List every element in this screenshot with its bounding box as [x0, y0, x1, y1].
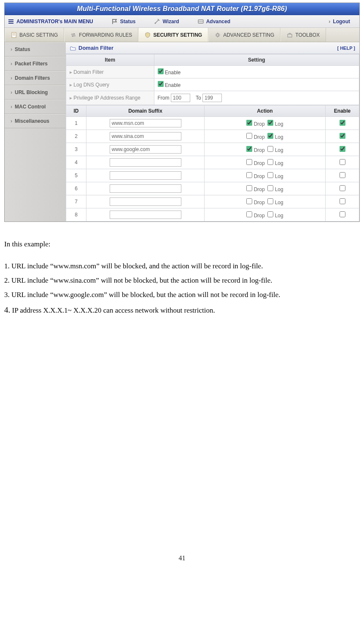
drop-checkbox[interactable]: [246, 159, 252, 165]
help-link[interactable]: [ HELP ]: [337, 46, 355, 51]
folder-icon: [70, 45, 76, 51]
to-input[interactable]: [202, 94, 222, 102]
log-checkbox[interactable]: [267, 185, 273, 191]
domain-suffix-input[interactable]: [110, 171, 181, 180]
tab-advanced-setting[interactable]: ADVANCED SETTING: [208, 28, 280, 42]
domain-filter-enable-checkbox[interactable]: [158, 68, 164, 74]
domain-suffix-input[interactable]: [110, 184, 181, 193]
rule-id: 1: [66, 117, 86, 130]
rule-enable-checkbox[interactable]: [340, 159, 345, 165]
drop-checkbox[interactable]: [246, 146, 252, 152]
rule-enable-checkbox[interactable]: [340, 211, 345, 217]
row-privilege-ip-label: Privilege IP Addresses Range: [66, 91, 154, 105]
wizard-icon: [154, 19, 160, 24]
col-id: ID: [66, 105, 86, 117]
log-checkbox[interactable]: [267, 146, 273, 152]
log-checkbox[interactable]: [267, 211, 273, 217]
tab-security-setting[interactable]: SECURITY SETTING: [138, 28, 208, 42]
log-label: Log: [275, 213, 283, 219]
log-checkbox[interactable]: [267, 172, 273, 178]
domain-suffix-input[interactable]: [110, 132, 181, 140]
drop-checkbox[interactable]: [246, 172, 252, 178]
domain-suffix-input[interactable]: [110, 119, 181, 127]
shield-icon: [145, 32, 151, 38]
drop-checkbox[interactable]: [246, 133, 252, 139]
rule-enable-checkbox[interactable]: [340, 172, 345, 178]
table-row: 8 Drop Log: [66, 208, 359, 222]
rule-enable-checkbox[interactable]: [340, 185, 345, 191]
advanced-setting-label: ADVANCED SETTING: [223, 32, 274, 38]
domain-suffix-input[interactable]: [110, 145, 181, 154]
rule-enable-checkbox[interactable]: [340, 198, 345, 204]
settings-table: Item Setting Domain Filter Enable Log DN…: [66, 54, 359, 105]
flag-icon: [112, 19, 118, 24]
log-checkbox[interactable]: [267, 133, 273, 139]
main-menu-status[interactable]: Status: [102, 19, 145, 24]
sidebar-item-status[interactable]: Status: [5, 42, 66, 57]
rule-id: 5: [66, 169, 86, 182]
drop-checkbox[interactable]: [246, 211, 252, 217]
sidebar-item-mac-control[interactable]: MAC Control: [5, 100, 66, 114]
log-label: Log: [275, 121, 283, 127]
advanced-icon: [198, 19, 204, 24]
from-input[interactable]: [171, 94, 190, 102]
table-row: 5 Drop Log: [66, 169, 359, 182]
sidebar-item-miscellaneous[interactable]: Miscellaneous: [5, 114, 66, 128]
col-enable: Enable: [326, 105, 359, 117]
table-row: 3 Drop Log: [66, 143, 359, 156]
log-checkbox[interactable]: [267, 159, 273, 165]
log-dns-enable-checkbox[interactable]: [158, 81, 164, 87]
table-row: 6 Drop Log: [66, 182, 359, 195]
svg-point-3: [155, 23, 156, 24]
doc-intro: In this example:: [4, 237, 359, 251]
sidebar-item-packet-filters[interactable]: Packet Filters: [5, 57, 66, 71]
row-domain-filter-label: Domain Filter: [66, 66, 154, 78]
log-label: Log: [275, 134, 283, 140]
advanced-label: Advanced: [206, 19, 230, 24]
log-label: Log: [275, 147, 283, 153]
page-number: 41: [0, 554, 364, 570]
rule-enable-checkbox[interactable]: [340, 133, 345, 139]
rule-id: 7: [66, 195, 86, 208]
document-icon: [11, 32, 17, 38]
drop-checkbox[interactable]: [246, 185, 252, 191]
main-menu-advanced[interactable]: Advanced: [189, 19, 240, 24]
svg-rect-2: [8, 23, 13, 24]
rule-id: 4: [66, 156, 86, 169]
row-log-dns-label: Log DNS Query: [66, 78, 154, 91]
rule-enable-checkbox[interactable]: [340, 120, 345, 126]
domain-suffix-input[interactable]: [110, 211, 181, 219]
domain-suffix-input[interactable]: [110, 158, 181, 167]
log-checkbox[interactable]: [267, 120, 273, 126]
domain-suffix-input[interactable]: [110, 197, 181, 206]
document-body-text: In this example: 1. URL include “www.msn…: [4, 237, 359, 318]
sub-tab-bar: BASIC SETTING FORWARDING RULES SECURITY …: [5, 28, 359, 42]
tab-forwarding-rules[interactable]: FORWARDING RULES: [64, 28, 138, 42]
logout-label: Logout: [333, 19, 350, 24]
toolbox-icon: [287, 32, 293, 38]
sidebar-item-url-blocking[interactable]: URL Blocking: [5, 85, 66, 100]
drop-checkbox[interactable]: [246, 120, 252, 126]
main-menu-logout[interactable]: › Logout: [319, 19, 359, 24]
forwarding-label: FORWARDING RULES: [79, 32, 132, 38]
app-title: Multi-Functional Wireless Broadband NAT …: [77, 5, 287, 12]
svg-rect-10: [288, 34, 292, 37]
rule-id: 3: [66, 143, 86, 156]
doc-line-2: 2. URL include “www.sina.com” will not b…: [4, 273, 359, 288]
tab-basic-setting[interactable]: BASIC SETTING: [5, 28, 64, 42]
drop-label: Drop: [254, 186, 265, 192]
main-menu-wizard[interactable]: Wizard: [145, 19, 188, 24]
log-checkbox[interactable]: [267, 198, 273, 204]
rule-enable-checkbox[interactable]: [340, 146, 345, 152]
log-label: Log: [275, 173, 283, 179]
drop-label: Drop: [254, 147, 265, 153]
tab-toolbox[interactable]: TOOLBOX: [280, 28, 326, 42]
table-row: 7 Drop Log: [66, 195, 359, 208]
drop-checkbox[interactable]: [246, 198, 252, 204]
enable-label: Enable: [165, 70, 181, 76]
doc-line-4-number: 4.: [4, 305, 10, 314]
main-menu-label: ADMINISTRATOR's MAIN MENU: [5, 19, 102, 24]
sidebar-item-domain-filters[interactable]: Domain Filters: [5, 71, 66, 85]
log-label: Log: [275, 186, 283, 192]
doc-line-3: 3. URL include “www.google.com” will be …: [4, 288, 359, 302]
